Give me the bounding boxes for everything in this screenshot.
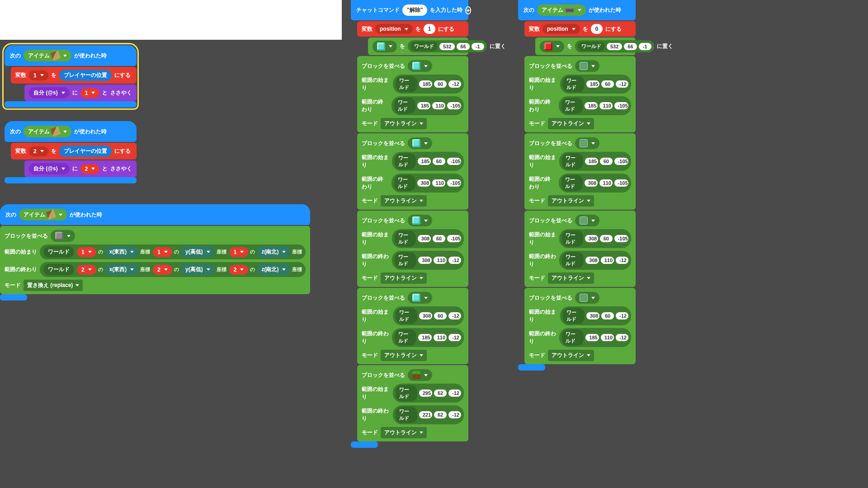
mode-dropdown[interactable]: アウトライン (381, 350, 427, 361)
player-position-reporter[interactable]: プレイヤーの位置 (59, 145, 112, 157)
block-icon (412, 371, 420, 379)
place-block[interactable]: を ワールド 532 66 -1 に置く (535, 38, 636, 55)
var-position-dropdown[interactable]: position (375, 24, 413, 34)
fill-block[interactable]: ブロックを並べる 範囲の始まり ワールド 185 60 -12 範囲の終わり ワ… (524, 56, 636, 132)
block-icon (412, 294, 420, 302)
coord-to[interactable]: ワールド 308 110 -12 (392, 251, 464, 270)
add-param-icon[interactable]: + (465, 6, 471, 14)
mode-dropdown[interactable]: 置き換え (replace) (24, 280, 83, 291)
hat-on-item-used[interactable]: 次の アイテム が使われた時 (518, 0, 636, 20)
stack-end (351, 441, 378, 448)
mode-dropdown[interactable]: アウトライン (548, 195, 594, 206)
fill-block[interactable]: ブロックを並べる 範囲の始まり ワールド 1のx(東西)座標 1のy(高低)座標… (0, 226, 310, 294)
mode-dropdown[interactable]: アウトライン (548, 350, 594, 361)
hat-on-item-used[interactable]: 次の アイテム が使われた時 (5, 121, 137, 142)
set-variable-block[interactable]: 変数 1 を プレイヤーの位置 にする (11, 67, 137, 84)
var-1-ref[interactable]: 1 (80, 88, 100, 98)
fill-block[interactable]: ブロックを並べる 範囲の始まり ワールド 308 60 -12 範囲の終わり ワ… (524, 288, 636, 364)
number-input[interactable]: 1 (424, 24, 436, 34)
stack-item-used-right[interactable]: 次の アイテム が使われた時 変数 position を 0 にする を ワール… (518, 0, 636, 371)
block-type-dropdown[interactable] (575, 215, 599, 226)
number-input[interactable]: 0 (591, 24, 603, 34)
block-type-dropdown[interactable] (540, 41, 564, 52)
whisper-block[interactable]: 自分 (@s) に 2 と ささやく (24, 160, 137, 177)
block-type-dropdown[interactable] (408, 215, 432, 226)
coord-to[interactable]: ワールド 308 110 -105 (559, 174, 631, 192)
block-type-dropdown[interactable] (408, 292, 432, 304)
var-position-dropdown[interactable]: position (542, 24, 580, 34)
fill-block[interactable]: ブロックを並べる 範囲の始まり ワールド 295 62 -12 範囲の終わり ワ… (357, 365, 468, 441)
coord-to[interactable]: ワールド 221 62 -12 (393, 405, 464, 424)
coord-to[interactable]: ワールド 308 110 -105 (392, 174, 464, 192)
mode-dropdown[interactable]: アウトライン (548, 272, 594, 284)
fill-block[interactable]: ブロックを並べる 範囲の始まり ワールド 185 60 -12 範囲の終わり ワ… (357, 56, 468, 132)
coord-from[interactable]: ワールド 185 60 -105 (559, 152, 631, 171)
coord-to[interactable]: ワールド 185 110 -12 (559, 328, 631, 347)
coord-from[interactable]: ワールド 308 60 -105 (392, 229, 464, 248)
player-position-reporter[interactable]: プレイヤーの位置 (59, 70, 112, 81)
mode-dropdown[interactable]: アウトライン (381, 118, 427, 129)
set-variable-block[interactable]: 変数 2 を プレイヤーの位置 にする (11, 143, 137, 160)
hat-on-item-used[interactable]: 次の アイテム が使われた時 (5, 45, 137, 66)
fill-block[interactable]: ブロックを並べる 範囲の始まり ワールド 185 60 -105 範囲の終わり … (357, 133, 468, 210)
coord-from[interactable]: ワールド 185 60 -12 (560, 75, 631, 94)
stack-item-used-fill[interactable]: 次の アイテム が使われた時 ブロックを並べる 範囲の始まり ワールド 1のx(… (0, 204, 310, 300)
fill-block[interactable]: ブロックを並べる 範囲の始まり ワールド 185 60 -105 範囲の終わり … (524, 133, 636, 210)
whisper-block[interactable]: 自分 (@s) に 1 と ささやく (24, 84, 137, 101)
hat-chat-command[interactable]: チャットコマンド "解除" を入力した時 + (351, 0, 468, 20)
coord-to[interactable]: ワールド 185 110 -12 (392, 328, 464, 347)
item-dropdown[interactable]: アイテム (24, 126, 71, 137)
var-1-dropdown[interactable]: 1 (29, 70, 48, 80)
coord-from[interactable]: ワールド 185 60 -12 (393, 75, 464, 94)
mode-dropdown[interactable]: アウトライン (548, 118, 594, 129)
hat-on-item-used[interactable]: 次の アイテム が使われた時 (0, 204, 310, 225)
target-self-dropdown[interactable]: 自分 (@s) (29, 163, 70, 174)
coord-from[interactable]: ワールド 308 60 -105 (559, 229, 631, 248)
coord-to[interactable]: ワールド 185 110 -105 (559, 96, 631, 115)
fill-block[interactable]: ブロックを並べる 範囲の始まり ワールド 308 60 -105 範囲の終わり … (524, 211, 636, 287)
block-type-dropdown[interactable] (575, 60, 599, 72)
coord-from[interactable]: ワールド 1のx(東西)座標 1のy(高低)座標 1のz(南北)座標 (40, 244, 306, 259)
diamond-icon (377, 42, 385, 51)
stone-icon (55, 232, 63, 240)
item-dropdown[interactable]: アイテム (537, 5, 586, 16)
tripwire-icon (565, 8, 574, 13)
mode-dropdown[interactable]: アウトライン (381, 272, 427, 284)
set-variable-block[interactable]: 変数 position を 0 にする (524, 21, 636, 37)
coord-from[interactable]: ワールド 185 60 -105 (392, 152, 464, 171)
block-type-dropdown[interactable] (408, 137, 432, 149)
stack-item-used-1[interactable]: 次の アイテム が使われた時 変数 1 を プレイヤーの位置 にする 自分 (@… (4, 44, 137, 108)
var-2-ref[interactable]: 2 (80, 164, 100, 174)
block-type-dropdown[interactable] (408, 60, 432, 72)
coord-from[interactable]: ワールド 308 60 -12 (560, 306, 631, 325)
block-type-dropdown[interactable] (575, 292, 599, 304)
stack-chat-command[interactable]: チャットコマンド "解除" を入力した時 + 変数 position を 1 に… (351, 0, 468, 448)
editor-background-corner (0, 0, 342, 40)
coord-from[interactable]: ワールド 308 60 -12 (393, 306, 464, 325)
place-block[interactable]: を ワールド 532 66 -1 に置く (368, 38, 468, 55)
coord-to[interactable]: ワールド 185 110 -105 (392, 96, 464, 115)
block-icon (412, 216, 420, 225)
block-type-dropdown[interactable] (408, 369, 432, 381)
set-variable-block[interactable]: 変数 position を 1 にする (357, 21, 468, 37)
fill-block[interactable]: ブロックを並べる 範囲の始まり ワールド 308 60 -105 範囲の終わり … (357, 211, 468, 287)
coord-to[interactable]: ワールド 308 110 -12 (559, 251, 631, 270)
block-type-dropdown[interactable] (51, 230, 75, 242)
mode-dropdown[interactable]: アウトライン (381, 195, 427, 206)
item-dropdown[interactable]: アイテム (19, 209, 67, 221)
coord-input[interactable]: ワールド 532 66 -1 (575, 40, 654, 52)
mode-dropdown[interactable]: アウトライン (381, 427, 427, 438)
item-dropdown[interactable]: アイテム (24, 50, 71, 61)
chat-command-input[interactable]: "解除" (402, 5, 427, 16)
label-next: 次の (10, 52, 21, 60)
target-self-dropdown[interactable]: 自分 (@s) (29, 87, 70, 99)
axe-icon (50, 126, 61, 136)
coord-from[interactable]: ワールド 295 62 -12 (393, 384, 464, 403)
block-type-dropdown[interactable] (575, 137, 599, 149)
stack-item-used-2[interactable]: 次の アイテム が使われた時 変数 2 を プレイヤーの位置 にする 自分 (@… (5, 121, 137, 183)
var-2-dropdown[interactable]: 2 (29, 146, 48, 156)
fill-block[interactable]: ブロックを並べる 範囲の始まり ワールド 308 60 -12 範囲の終わり ワ… (357, 288, 468, 364)
coord-input[interactable]: ワールド 532 66 -1 (408, 40, 487, 52)
block-type-dropdown[interactable] (373, 41, 397, 52)
coord-to[interactable]: ワールド 2のx(東西)座標 2のy(高低)座標 2のz(南北)座標 (40, 262, 306, 277)
